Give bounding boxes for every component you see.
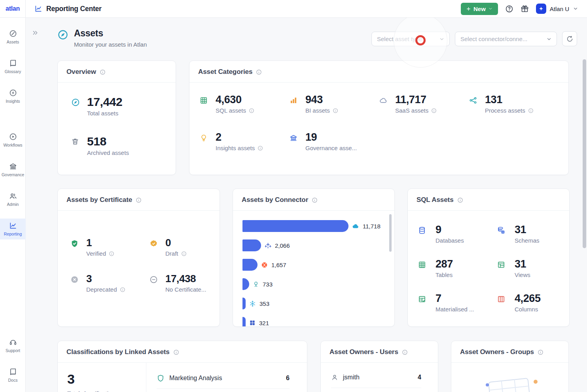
shield-check-icon <box>70 239 86 257</box>
info-icon[interactable] <box>258 145 263 151</box>
compass-icon <box>57 29 68 48</box>
collapse-sidebar-button[interactable] <box>32 30 38 36</box>
info-icon[interactable] <box>528 108 534 113</box>
connector-bar-row: 1,657 <box>242 259 386 271</box>
card-title: Asset Owners - Groups <box>460 348 534 356</box>
info-icon[interactable] <box>538 349 543 355</box>
connector-bar-chart: 11,718 2,066 1,657 733 353 <box>233 211 394 327</box>
assets-icon <box>9 30 17 38</box>
info-icon[interactable] <box>249 108 254 113</box>
help-button[interactable] <box>505 5 513 13</box>
card-title: Classifications by Linked Assets <box>66 348 170 356</box>
info-icon[interactable] <box>312 197 318 203</box>
stat-governance-assets: 19 Governance asse... <box>290 131 379 151</box>
info-icon[interactable] <box>109 251 114 256</box>
chevron-down-icon <box>546 36 552 42</box>
card-title: Asset Categories <box>198 68 252 76</box>
app-title-text: Reporting Center <box>46 5 102 13</box>
stat-draft: 0 Draft <box>150 237 214 257</box>
minus-circle-icon <box>150 275 165 293</box>
card-title: Overview <box>66 68 96 76</box>
sidebar-item-assets[interactable]: Assets <box>0 26 26 47</box>
sidebar: Assets Glossary Insights Workflows Gover… <box>0 18 26 392</box>
info-icon[interactable] <box>173 349 179 355</box>
materialised-view-icon <box>418 295 436 313</box>
info-icon[interactable] <box>136 197 142 203</box>
connector-bar[interactable] <box>242 298 246 309</box>
shield-icon <box>157 374 165 382</box>
connector-bar-row: 11,718 <box>242 220 386 232</box>
stat-no-certificate: 17,438 No Certificate... <box>150 273 214 293</box>
info-icon[interactable] <box>120 287 125 292</box>
info-icon[interactable] <box>457 197 463 203</box>
stat-bi-assets: 943 BI assets <box>290 94 379 114</box>
refresh-button[interactable] <box>562 31 577 46</box>
bar-chart-icon <box>290 96 305 114</box>
table-icon <box>200 96 216 114</box>
user-menu[interactable]: Atlan U <box>536 4 578 14</box>
stat-process-assets: 131 Process assets <box>469 94 559 114</box>
stat-views: 31 Views <box>497 258 565 278</box>
sidebar-item-glossary[interactable]: Glossary <box>0 56 26 77</box>
info-icon[interactable] <box>333 108 338 113</box>
compass-icon <box>71 98 87 117</box>
chevron-down-icon <box>488 6 493 11</box>
asset-owners-users-card: Asset Owners - Users jsmith 4 <box>320 341 438 392</box>
connector-bar[interactable] <box>242 317 246 327</box>
stat-archived-assets: 518 Archived assets <box>71 135 176 156</box>
connector-bar[interactable] <box>242 239 261 251</box>
new-button[interactable]: New <box>461 3 498 15</box>
cloud-icon <box>379 96 395 114</box>
sidebar-item-admin[interactable]: Admin <box>0 189 26 210</box>
glossary-icon <box>9 59 17 67</box>
stat-insights-assets: 2 Insights assets <box>200 131 290 151</box>
sidebar-item-insights[interactable]: Insights <box>0 86 26 107</box>
info-icon[interactable] <box>100 69 106 75</box>
stat-tables: 287 Tables <box>418 258 497 278</box>
stat-databases: 9 Databases <box>418 224 497 244</box>
bank-icon <box>290 134 305 151</box>
database-icon <box>418 226 436 244</box>
assets-by-certificate-card: Assets by Certificate 1 Verified 0 Draft <box>57 188 220 327</box>
bulb-icon <box>200 134 216 151</box>
connector-bar[interactable] <box>242 259 258 271</box>
connector-bar[interactable] <box>242 278 249 290</box>
asset-type-select[interactable]: Select asset type <box>371 32 450 46</box>
view-icon <box>497 261 515 278</box>
stat-columns: 4,265 Columns <box>497 292 565 313</box>
governance-icon <box>9 162 17 170</box>
connector-select[interactable]: Select connector/conne... <box>455 32 557 46</box>
sql-assets-card: SQL Assets 9 Databases 31 Schemas <box>407 188 570 327</box>
connector-bar[interactable] <box>242 220 348 232</box>
assets-by-connector-card: Assets by Connector 11,718 2,066 1,657 <box>233 188 395 327</box>
chevron-down-icon <box>439 36 445 42</box>
tableau-icon <box>265 242 271 249</box>
plus-icon <box>466 6 471 11</box>
stat-deprecated: 3 Deprecated <box>70 273 150 293</box>
atlan-logo: atlan <box>0 0 26 17</box>
owner-user-row[interactable]: jsmith 4 <box>331 367 421 388</box>
stat-verified: 1 Verified <box>70 237 150 257</box>
sidebar-item-docs[interactable]: Docs <box>0 365 26 386</box>
dbt-icon <box>261 262 268 268</box>
insights-icon <box>9 89 17 97</box>
chart-scrollbar[interactable] <box>389 214 392 252</box>
page-header: Assets Monitor your assets in Atlan <box>57 28 147 48</box>
asset-owners-groups-card: Asset Owners - Groups <box>451 341 569 392</box>
sidebar-item-workflows[interactable]: Workflows <box>0 130 26 151</box>
sidebar-item-support[interactable]: Support <box>0 335 26 356</box>
info-icon[interactable] <box>181 251 187 256</box>
gift-button[interactable] <box>521 5 529 13</box>
info-icon[interactable] <box>431 108 437 113</box>
page-scrollbar[interactable] <box>583 59 586 248</box>
snowflake-icon <box>249 300 256 307</box>
stat-materialised-views: 7 Materialised ... <box>418 292 497 313</box>
reporting-icon <box>9 222 17 230</box>
classification-row[interactable]: Marketing Analysis 6 <box>157 368 290 389</box>
info-icon[interactable] <box>402 349 408 355</box>
main-content: Assets Monitor your assets in Atlan Sele… <box>26 18 587 392</box>
sidebar-item-reporting[interactable]: Reporting <box>0 219 26 239</box>
info-icon[interactable] <box>256 69 262 75</box>
card-title: SQL Assets <box>417 196 454 204</box>
sidebar-item-governance[interactable]: Governance <box>0 159 26 180</box>
